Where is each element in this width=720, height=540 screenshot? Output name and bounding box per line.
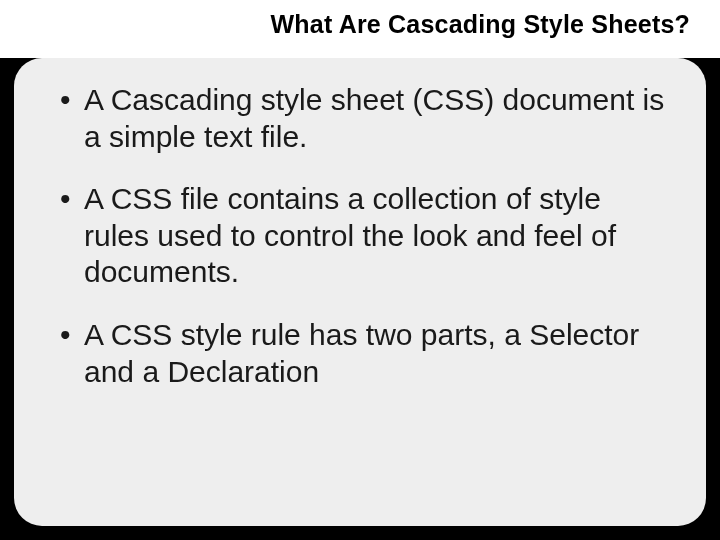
bullet-text: A CSS style rule has two parts, a Select… [84, 318, 639, 388]
slide-frame: What Are Cascading Style Sheets? A Casca… [0, 0, 720, 540]
slide-title-bar: What Are Cascading Style Sheets? [0, 0, 720, 58]
bullet-list: A Cascading style sheet (CSS) document i… [60, 82, 674, 390]
list-item: A CSS file contains a collection of styl… [60, 181, 674, 291]
bullet-text: A Cascading style sheet (CSS) document i… [84, 83, 664, 153]
slide-content-panel: A Cascading style sheet (CSS) document i… [14, 58, 706, 526]
list-item: A CSS style rule has two parts, a Select… [60, 317, 674, 390]
slide-title: What Are Cascading Style Sheets? [271, 10, 690, 39]
bullet-text: A CSS file contains a collection of styl… [84, 182, 616, 288]
list-item: A Cascading style sheet (CSS) document i… [60, 82, 674, 155]
